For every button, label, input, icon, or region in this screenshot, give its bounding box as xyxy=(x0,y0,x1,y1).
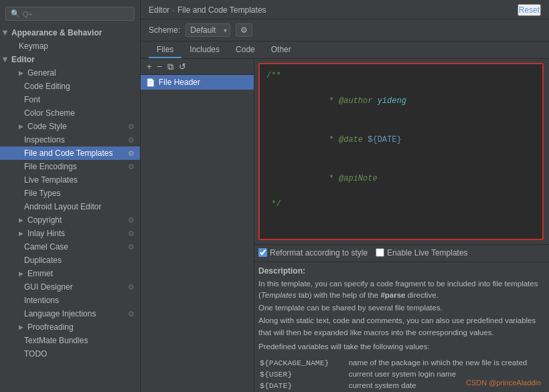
sidebar-item-gui-designer[interactable]: GUI Designer ⚙ xyxy=(0,280,140,294)
table-cell-var: ${USER} xyxy=(260,369,347,379)
sidebar-item-label: General xyxy=(27,68,56,78)
code-line: * @author yideng xyxy=(266,82,536,121)
sidebar-item-file-code-templates[interactable]: File and Code Templates ⚙ xyxy=(0,146,140,160)
sidebar-item-label: File Encodings xyxy=(24,162,77,171)
scheme-select-wrap[interactable]: Default Project xyxy=(185,23,230,37)
description-label: Description: xyxy=(258,266,545,276)
file-list-panel: + − ⧉ ↺ 📄 File Header xyxy=(141,59,254,392)
add-button[interactable]: + xyxy=(145,62,154,72)
scheme-gear-button[interactable]: ⚙ xyxy=(236,23,252,37)
tab-code[interactable]: Code xyxy=(228,41,263,58)
table-row: ${USER} current user system login name xyxy=(260,369,544,379)
remove-button[interactable]: − xyxy=(155,62,165,72)
table-cell-var: ${DATE} xyxy=(260,381,347,391)
sidebar-item-intentions[interactable]: Intentions xyxy=(0,294,140,307)
scheme-select[interactable]: Default Project xyxy=(185,23,230,37)
tab-other[interactable]: Other xyxy=(263,41,299,58)
sidebar-item-label: Inlay Hints xyxy=(27,229,65,238)
tabs-bar: Files Includes Code Other xyxy=(141,41,549,59)
copy-button[interactable]: ⧉ xyxy=(165,62,175,72)
file-list-toolbar: + − ⧉ ↺ xyxy=(141,59,254,75)
gear-icon: ⚙ xyxy=(128,310,135,318)
reset-button[interactable]: Reset xyxy=(518,4,541,16)
breadcrumb-arrow: › xyxy=(172,6,175,14)
sidebar-item-duplicates[interactable]: Duplicates xyxy=(0,254,140,267)
breadcrumb-current: File and Code Templates xyxy=(177,5,266,15)
gear-icon: ⚙ xyxy=(128,216,135,225)
live-templates-checkbox[interactable]: Enable Live Templates xyxy=(376,248,468,258)
sidebar-item-label: Keymap xyxy=(19,41,48,51)
sidebar-item-general[interactable]: ▶ General xyxy=(0,66,140,80)
bottom-toolbar: Reformat according to style Enable Live … xyxy=(254,245,549,262)
sidebar-item-label: Code Editing xyxy=(24,82,70,91)
sidebar-item-label: Emmet xyxy=(27,269,53,278)
expand-icon: ▶ xyxy=(19,230,23,237)
sidebar-item-label: Color Scheme xyxy=(24,108,75,118)
sidebar-item-textmate-bundles[interactable]: TextMate Bundles xyxy=(0,334,140,347)
sidebar-item-code-style[interactable]: ▶ Code Style ⚙ xyxy=(0,120,140,133)
reformat-checkbox[interactable]: Reformat according to style xyxy=(258,248,368,258)
file-item-label: File Header xyxy=(159,78,200,87)
tab-includes[interactable]: Includes xyxy=(181,41,228,58)
code-line: /** xyxy=(266,70,536,82)
sidebar-item-label: Editor xyxy=(11,55,35,64)
reformat-checkbox-input[interactable] xyxy=(258,248,267,257)
file-icon: 📄 xyxy=(146,78,155,87)
sidebar-search-input[interactable] xyxy=(23,10,129,18)
gear-icon: ⚙ xyxy=(128,243,135,252)
reset-button[interactable]: ↺ xyxy=(177,62,188,72)
description-paragraph-2: One template can be shared by several fi… xyxy=(258,302,545,314)
sidebar-item-label: Proofreading xyxy=(27,322,74,332)
gear-icon: ⚙ xyxy=(128,229,135,238)
description-section: Description: In this template, you can s… xyxy=(254,262,549,393)
top-bar: Editor › File and Code Templates Reset xyxy=(141,0,549,19)
sidebar-item-proofreading[interactable]: ▶ Proofreading xyxy=(0,320,140,334)
sidebar-item-inlay-hints[interactable]: ▶ Inlay Hints ⚙ xyxy=(0,227,140,240)
live-templates-checkbox-input[interactable] xyxy=(376,248,384,257)
expand-icon: ▶ xyxy=(19,324,23,330)
live-templates-label: Enable Live Templates xyxy=(387,248,468,258)
sidebar-item-code-editing[interactable]: Code Editing xyxy=(0,80,140,93)
sidebar-item-editor[interactable]: ▶ Editor xyxy=(0,53,140,66)
sidebar-item-live-templates[interactable]: Live Templates xyxy=(0,173,140,187)
sidebar-item-appearance[interactable]: ▶ Appearance & Behavior xyxy=(0,26,140,39)
sidebar-item-label: Language Injections xyxy=(24,309,96,318)
sidebar-search-box[interactable]: 🔍 xyxy=(5,7,135,21)
expand-icon: ▶ xyxy=(19,70,23,76)
gear-icon: ⚙ xyxy=(128,136,135,144)
sidebar-item-android-layout-editor[interactable]: Android Layout Editor xyxy=(0,200,140,213)
sidebar-item-copyright[interactable]: ▶ Copyright ⚙ xyxy=(0,213,140,227)
sidebar-item-language-injections[interactable]: Language Injections ⚙ xyxy=(0,307,140,320)
sidebar-item-label: Inspections xyxy=(24,135,65,144)
sidebar-item-label: Android Layout Editor xyxy=(24,202,101,211)
sidebar-item-label: Code Style xyxy=(27,122,67,131)
code-line: */ xyxy=(266,198,536,211)
tab-files[interactable]: Files xyxy=(149,41,181,58)
sidebar: 🔍 ▶ Appearance & Behavior Keymap ▶ Edito… xyxy=(0,0,141,392)
sidebar-item-font[interactable]: Font xyxy=(0,93,140,106)
gear-icon: ⚙ xyxy=(128,149,135,158)
sidebar-item-label: Font xyxy=(24,95,40,104)
code-line: * @apiNote xyxy=(266,159,536,198)
sidebar-item-file-encodings[interactable]: File Encodings ⚙ xyxy=(0,160,140,173)
table-cell-desc: current user system login name xyxy=(349,369,544,379)
sidebar-item-camel-case[interactable]: Camel Case ⚙ xyxy=(0,240,140,254)
sidebar-item-todo[interactable]: TODO xyxy=(0,347,140,361)
file-item-header[interactable]: 📄 File Header xyxy=(141,75,254,90)
description-paragraph-3: Along with static text, code and comment… xyxy=(258,315,545,338)
sidebar-item-label: Duplicates xyxy=(24,256,62,265)
sidebar-item-keymap[interactable]: Keymap xyxy=(0,39,140,53)
sidebar-item-file-types[interactable]: File Types xyxy=(0,187,140,200)
scheme-bar: Scheme: Default Project ⚙ xyxy=(141,19,549,41)
sidebar-item-label: TextMate Bundles xyxy=(24,336,88,345)
content-area: + − ⧉ ↺ 📄 File Header /** xyxy=(141,59,549,392)
description-paragraph-1: In this template, you can specify a code… xyxy=(258,278,545,302)
sidebar-item-color-scheme[interactable]: Color Scheme xyxy=(0,106,140,120)
code-editor[interactable]: /** * @author yideng * @date ${DATE} * @… xyxy=(258,63,544,240)
reformat-label: Reformat according to style xyxy=(270,248,368,258)
sidebar-item-label: File and Code Templates xyxy=(24,149,113,158)
sidebar-item-emmet[interactable]: ▶ Emmet xyxy=(0,267,140,280)
table-row: ${PACKAGE_NAME} name of the package in w… xyxy=(260,358,544,368)
sidebar-item-label: TODO xyxy=(24,349,47,359)
sidebar-item-inspections[interactable]: Inspections ⚙ xyxy=(0,133,140,146)
